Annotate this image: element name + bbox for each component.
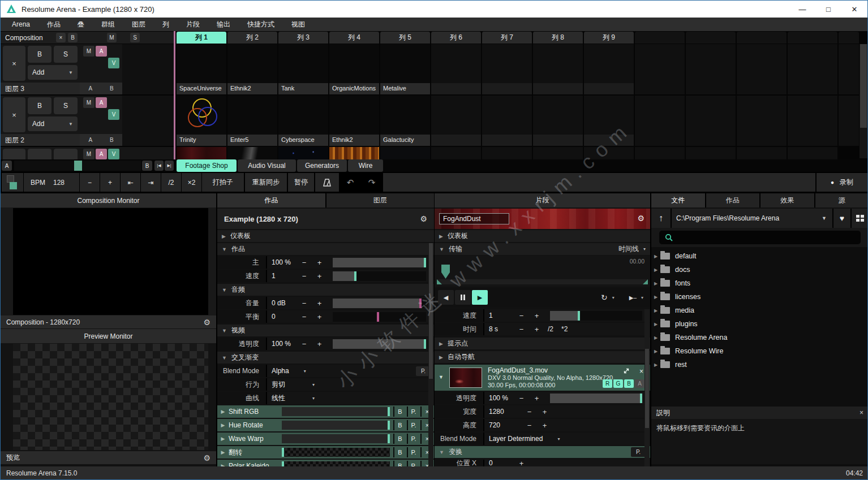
param-value[interactable]: 0 [484,459,514,466]
param-value[interactable]: 720 [484,421,522,429]
column-header-8[interactable]: 列 8 [533,32,583,44]
crossfader-handle[interactable] [74,161,82,171]
empty-clip-slot[interactable] [686,96,736,146]
tap-tempo-button[interactable]: 打拍子 [202,173,244,192]
crossfader-b-assign[interactable]: B [110,85,114,92]
layer-audio-button[interactable]: A [96,97,107,108]
play-direction-icon[interactable]: ▶– [629,295,637,301]
param-slider[interactable] [333,258,426,267]
column-header-7[interactable]: 列 7 [482,32,532,44]
channel-b-button[interactable]: B [624,379,634,388]
menu-shortcuts[interactable]: 快捷方式 [239,18,282,31]
increment-button[interactable]: + [514,459,529,467]
empty-clip-slot[interactable] [788,147,837,159]
decrement-button[interactable]: − [514,325,529,334]
empty-clip-slot[interactable] [431,44,481,94]
param-slider[interactable] [333,299,426,308]
folder-row[interactable]: ▶Resolume Wire [651,344,868,358]
clip-cell[interactable]: Ethnik2 [329,96,379,146]
column-header-4[interactable]: 列 4 [329,32,379,44]
clip-cell[interactable]: Metalive [380,44,430,94]
crossfader-a-assign[interactable]: A [88,85,92,92]
record-button[interactable]: ● 录制 [817,173,867,192]
tab-sources[interactable]: 源 [815,193,868,207]
section-audio[interactable]: ▼音频 [217,284,434,296]
bpm-multiply-button[interactable]: ×2 [182,173,201,192]
clip-cell-partial[interactable] [380,147,430,159]
bpm-minus-button[interactable]: − [80,173,100,192]
gear-icon[interactable]: ⚙ [637,214,644,223]
column-header-5[interactable]: 列 5 [380,32,430,44]
decrement-button[interactable]: − [297,313,312,321]
empty-clip-slot[interactable] [533,147,583,159]
layer-solo-button[interactable]: S [54,46,78,63]
empty-clip-slot[interactable] [431,96,481,146]
duration-halve-button[interactable]: /2 [548,325,553,333]
increment-button[interactable]: + [312,258,327,267]
timeline[interactable]: 00.00 [435,256,650,287]
undo-icon[interactable]: ↶ [340,173,360,192]
menu-column[interactable]: 列 [154,18,177,31]
bpm-display[interactable]: BPM128 [24,173,79,192]
menu-clip[interactable]: 片段 [178,18,208,31]
composition-solo-button[interactable]: S [130,33,140,42]
panel-scrollbar[interactable] [428,243,433,466]
empty-clip-slot[interactable] [584,44,634,94]
increment-button[interactable]: + [529,325,544,334]
clip-name-input[interactable] [439,213,509,224]
resync-button[interactable]: 重新同步 [245,173,287,192]
empty-clip-slot[interactable] [686,44,736,94]
view-toggle-icon[interactable] [850,209,868,228]
increment-button[interactable]: + [529,394,544,403]
effect-p-button[interactable]: P. [407,420,419,430]
folder-row[interactable]: ▶default [651,249,868,263]
section-composition[interactable]: ▼作品 [217,243,434,255]
empty-clip-slot[interactable] [788,44,837,94]
param-slider[interactable] [333,339,426,349]
empty-clip-slot[interactable] [737,147,787,159]
effect-slider[interactable] [282,434,390,443]
chevron-down-icon[interactable]: ▾ [612,295,615,300]
layer-video-button[interactable]: V [108,109,119,120]
crossfader-b-button[interactable]: B [142,161,152,171]
effect-slider[interactable] [282,448,390,457]
empty-clip-slot[interactable] [635,96,685,146]
clip-cell-partial[interactable] [278,147,328,159]
decrement-button[interactable]: − [514,312,529,320]
increment-button[interactable]: + [537,408,552,416]
clip-cell-partial[interactable] [227,147,277,159]
param-slider[interactable] [333,271,426,281]
redo-icon[interactable]: ↷ [362,173,382,192]
close-button[interactable]: ✕ [841,1,867,18]
empty-clip-slot[interactable] [482,96,532,146]
tab-layer[interactable]: 图层 [326,193,435,207]
effect-bypass-button[interactable]: B [393,420,406,430]
effect-slider[interactable] [282,461,390,466]
tab-footage-shop[interactable]: Footage Shop [177,159,237,172]
layer-video-button[interactable]: V [108,149,119,159]
nudge-forward-icon[interactable]: ⇥ [141,173,161,192]
clip-cell[interactable]: SpaceUniverse [177,44,226,94]
channel-a-button[interactable]: A [635,379,644,388]
column-header-9[interactable]: 列 9 [584,32,634,44]
effect-row-shift-rgb[interactable]: ▶Shift RGB B P. × [217,405,434,418]
column-header-1[interactable]: 列 1 [177,32,226,44]
effect-row-hue-rotate[interactable]: ▶Hue Rotate B P. × [217,419,434,431]
skip-prev-icon[interactable]: |◀ [154,161,164,171]
effect-row-flip[interactable]: ▶翻转 B P. × [217,446,434,459]
play-button[interactable]: ▶ [472,290,488,305]
gear-icon[interactable]: ⚙ [203,318,210,327]
layer-audio-button[interactable]: A [96,149,107,159]
clip-file-block[interactable]: ▼ FogAndDust_3.mov DXV 3.0 Normal Qualit… [435,365,650,391]
bpm-divide-button[interactable]: /2 [161,173,181,192]
clip-cell[interactable]: Ethnik2 [227,44,277,94]
decrement-button[interactable]: − [297,272,312,280]
layer-name[interactable]: 图层 2 [1,134,80,146]
layer-clear-button[interactable]: × [3,97,25,132]
empty-clip-slot[interactable] [584,147,634,159]
tab-generators[interactable]: Generators [297,159,347,172]
decrement-button[interactable]: − [522,421,537,430]
param-value[interactable]: 100 % [267,340,297,348]
chevron-down-icon[interactable]: ▼ [822,215,827,221]
decrement-button[interactable]: − [297,340,312,348]
